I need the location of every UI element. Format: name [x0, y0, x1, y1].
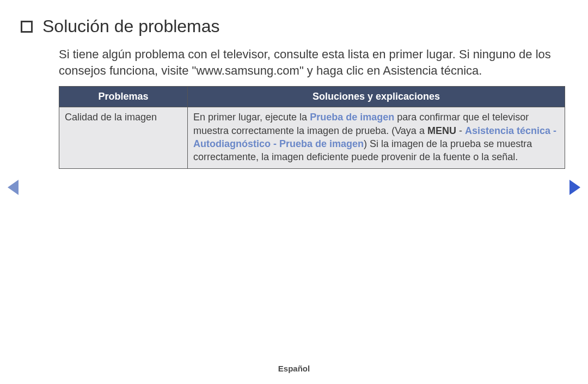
- menu-label: MENU: [427, 125, 456, 136]
- nav-prev-arrow-icon[interactable]: [8, 180, 19, 195]
- col-header-problems: Problemas: [59, 87, 188, 107]
- table-row: Calidad de la imagen En primer lugar, ej…: [59, 107, 565, 168]
- highlight-prueba-imagen: Prueba de imagen: [310, 112, 394, 123]
- page-title: Solución de problemas: [42, 16, 220, 36]
- solution-text: -: [456, 125, 465, 136]
- cell-problem: Calidad de la imagen: [59, 107, 188, 168]
- solution-text: En primer lugar, ejecute la: [193, 112, 310, 123]
- col-header-solutions: Soluciones y explicaciones: [188, 87, 565, 107]
- troubleshoot-table: Problemas Soluciones y explicaciones Cal…: [59, 86, 565, 168]
- nav-next-arrow-icon[interactable]: [569, 180, 580, 195]
- table-header-row: Problemas Soluciones y explicaciones: [59, 87, 565, 107]
- title-row: Solución de problemas: [38, 16, 566, 36]
- troubleshoot-table-wrap: Problemas Soluciones y explicaciones Cal…: [59, 86, 566, 168]
- footer-language: Español: [0, 364, 588, 373]
- intro-paragraph: Si tiene algún problema con el televisor…: [59, 46, 566, 78]
- square-bullet-icon: [21, 21, 33, 33]
- cell-solution: En primer lugar, ejecute la Prueba de im…: [188, 107, 565, 168]
